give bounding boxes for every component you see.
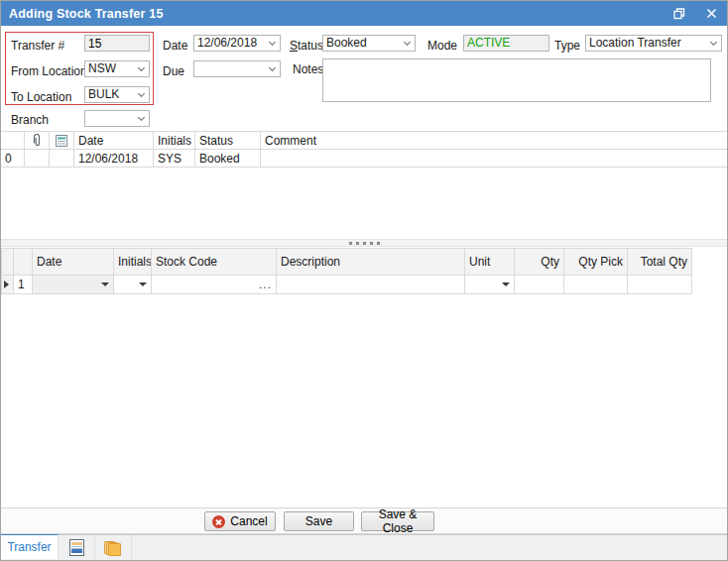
- footer-button-bar: Cancel Save Save & Close: [1, 507, 727, 534]
- status-grid-col-status[interactable]: Status: [195, 132, 261, 150]
- to-location-label: To Location: [11, 90, 71, 104]
- transfer-lines-grid: Date Initials Stock Code Description Uni…: [1, 248, 692, 294]
- mode-field: ACTIVE: [463, 35, 549, 52]
- tab-transfer[interactable]: Transfer: [1, 534, 59, 559]
- status-history-grid: Date Initials Status Comment 0 12/06/201…: [1, 131, 727, 168]
- line-stock-code-editor[interactable]: ...: [152, 276, 277, 294]
- tab-report[interactable]: [59, 535, 95, 560]
- lines-col-total-qty[interactable]: Total Qty: [628, 249, 692, 276]
- lines-col-stock-code[interactable]: Stock Code: [152, 249, 277, 276]
- rownum-header: [14, 249, 33, 276]
- line-total-qty-cell[interactable]: [628, 276, 692, 294]
- table-row: 1 ...: [2, 276, 692, 294]
- status-row-status[interactable]: Booked: [195, 150, 261, 168]
- type-label: Type: [554, 39, 580, 53]
- stock-transfer-dialog: Adding Stock Transfer 15 Transfer # From…: [0, 0, 728, 561]
- close-icon[interactable]: [703, 6, 719, 22]
- status-grid-col-date[interactable]: Date: [74, 132, 154, 150]
- chevron-down-icon: [138, 89, 145, 96]
- line-description-cell[interactable]: [277, 276, 465, 294]
- attachment-cell: [25, 150, 50, 168]
- line-date-editor[interactable]: [33, 276, 114, 294]
- restore-icon[interactable]: [671, 6, 687, 22]
- lines-grid-header: Date Initials Stock Code Description Uni…: [2, 249, 692, 276]
- dropdown-arrow-icon[interactable]: [502, 282, 510, 286]
- lines-col-qty-pick[interactable]: Qty Pick: [564, 249, 628, 276]
- line-initials-editor[interactable]: [114, 276, 152, 294]
- row-number: 0: [1, 150, 25, 168]
- lines-col-qty[interactable]: Qty: [515, 249, 564, 276]
- dropdown-arrow-icon[interactable]: [101, 282, 109, 286]
- chevron-down-icon: [404, 38, 411, 45]
- tab-documents[interactable]: [95, 535, 132, 560]
- window-title: Adding Stock Transfer 15: [1, 7, 164, 21]
- table-row[interactable]: 0 12/06/2018 SYS Booked: [1, 150, 727, 168]
- lines-col-description[interactable]: Description: [277, 249, 465, 276]
- chevron-down-icon: [138, 113, 145, 120]
- note-cell: [50, 150, 74, 168]
- mode-label: Mode: [427, 39, 457, 53]
- chevron-down-icon: [138, 63, 145, 70]
- status-label: Status: [290, 39, 323, 53]
- active-row-indicator: [2, 276, 14, 294]
- save-button[interactable]: Save: [284, 511, 354, 531]
- transfer-number-field[interactable]: [84, 35, 150, 52]
- branch-label: Branch: [11, 113, 49, 127]
- transfer-number-label: Transfer #: [11, 39, 64, 53]
- notes-textarea[interactable]: [322, 58, 711, 102]
- line-unit-editor[interactable]: [465, 276, 515, 294]
- attachment-icon[interactable]: [25, 132, 50, 150]
- grid-splitter[interactable]: [1, 239, 727, 247]
- documents-icon: [104, 539, 122, 556]
- chevron-down-icon: [269, 38, 276, 45]
- indicator-header: [2, 249, 14, 276]
- line-qty-pick-cell[interactable]: [564, 276, 628, 294]
- save-and-close-button[interactable]: Save & Close: [361, 511, 434, 531]
- report-icon: [69, 539, 84, 556]
- bottom-tab-bar: Transfer: [1, 534, 727, 560]
- titlebar: Adding Stock Transfer 15: [1, 1, 727, 26]
- chevron-down-icon: [269, 63, 276, 70]
- date-select[interactable]: 12/06/2018: [193, 35, 281, 52]
- lines-col-date[interactable]: Date: [33, 249, 114, 276]
- cancel-icon: [212, 515, 225, 528]
- status-grid-col-comment[interactable]: Comment: [261, 132, 727, 150]
- due-date-select[interactable]: [193, 60, 281, 77]
- line-qty-cell[interactable]: [515, 276, 564, 294]
- type-select[interactable]: Location Transfer: [585, 35, 722, 52]
- to-location-select[interactable]: BULK: [84, 86, 150, 103]
- from-location-select[interactable]: NSW: [84, 60, 150, 77]
- date-label: Date: [163, 39, 187, 53]
- cancel-button[interactable]: Cancel: [204, 511, 276, 531]
- status-select[interactable]: Booked: [322, 35, 416, 52]
- note-icon[interactable]: [50, 132, 74, 150]
- due-label: Due: [163, 64, 184, 78]
- header-blank[interactable]: [1, 132, 25, 150]
- branch-select[interactable]: [84, 110, 150, 127]
- lines-col-initials[interactable]: Initials: [114, 249, 152, 276]
- status-grid-header: Date Initials Status Comment: [1, 132, 727, 150]
- status-row-initials[interactable]: SYS: [154, 150, 195, 168]
- dropdown-arrow-icon[interactable]: [139, 282, 147, 286]
- chevron-down-icon: [710, 38, 717, 45]
- from-location-label: From Location: [11, 64, 87, 78]
- row-number: 1: [14, 276, 33, 294]
- lookup-ellipsis-button[interactable]: ...: [259, 280, 272, 288]
- status-row-date[interactable]: 12/06/2018: [74, 150, 154, 168]
- status-row-comment[interactable]: [261, 150, 727, 168]
- status-grid-col-initials[interactable]: Initials: [154, 132, 195, 150]
- notes-label: Notes: [293, 62, 323, 76]
- lines-col-unit[interactable]: Unit: [465, 249, 515, 276]
